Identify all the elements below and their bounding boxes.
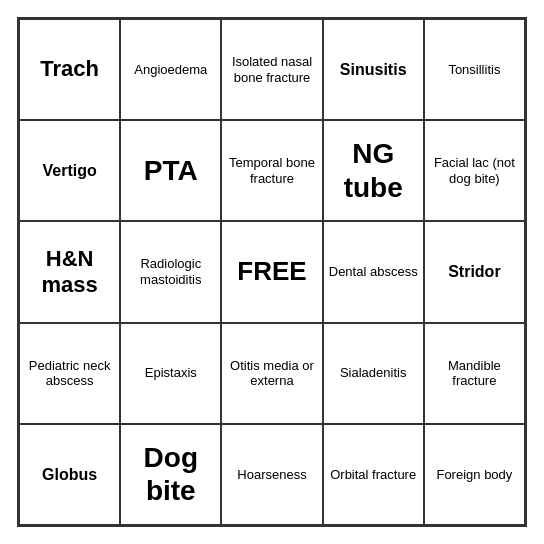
cell-text: Orbital fracture bbox=[330, 467, 416, 483]
bingo-cell: H&N mass bbox=[19, 221, 120, 322]
cell-text: Foreign body bbox=[436, 467, 512, 483]
cell-text: Sialadenitis bbox=[340, 365, 407, 381]
bingo-cell: Stridor bbox=[424, 221, 525, 322]
bingo-cell: Globus bbox=[19, 424, 120, 525]
bingo-cell: Angioedema bbox=[120, 19, 221, 120]
bingo-cell: Temporal bone fracture bbox=[221, 120, 322, 221]
cell-text: Epistaxis bbox=[145, 365, 197, 381]
bingo-cell: Epistaxis bbox=[120, 323, 221, 424]
cell-text: Otitis media or externa bbox=[226, 358, 317, 389]
bingo-cell: Pediatric neck abscess bbox=[19, 323, 120, 424]
bingo-cell: Sialadenitis bbox=[323, 323, 424, 424]
bingo-cell: Trach bbox=[19, 19, 120, 120]
bingo-cell: Mandible fracture bbox=[424, 323, 525, 424]
cell-text: Mandible fracture bbox=[429, 358, 520, 389]
bingo-board: TrachAngioedemaIsolated nasal bone fract… bbox=[17, 17, 527, 527]
cell-text: Temporal bone fracture bbox=[226, 155, 317, 186]
cell-text: FREE bbox=[237, 256, 306, 287]
cell-text: Isolated nasal bone fracture bbox=[226, 54, 317, 85]
bingo-cell: Orbital fracture bbox=[323, 424, 424, 525]
cell-text: Tonsillitis bbox=[448, 62, 500, 78]
cell-text: Dog bite bbox=[125, 441, 216, 508]
cell-text: Angioedema bbox=[134, 62, 207, 78]
bingo-cell: Tonsillitis bbox=[424, 19, 525, 120]
cell-text: Facial lac (not dog bite) bbox=[429, 155, 520, 186]
cell-text: Pediatric neck abscess bbox=[24, 358, 115, 389]
cell-text: Trach bbox=[40, 56, 99, 82]
cell-text: Hoarseness bbox=[237, 467, 306, 483]
bingo-cell: FREE bbox=[221, 221, 322, 322]
cell-text: Radiologic mastoiditis bbox=[125, 256, 216, 287]
bingo-cell: NG tube bbox=[323, 120, 424, 221]
bingo-cell: PTA bbox=[120, 120, 221, 221]
bingo-cell: Sinusitis bbox=[323, 19, 424, 120]
cell-text: Stridor bbox=[448, 262, 500, 281]
cell-text: NG tube bbox=[328, 137, 419, 204]
bingo-cell: Radiologic mastoiditis bbox=[120, 221, 221, 322]
bingo-cell: Dog bite bbox=[120, 424, 221, 525]
cell-text: Sinusitis bbox=[340, 60, 407, 79]
cell-text: Globus bbox=[42, 465, 97, 484]
bingo-cell: Dental abscess bbox=[323, 221, 424, 322]
bingo-cell: Vertigo bbox=[19, 120, 120, 221]
cell-text: PTA bbox=[144, 154, 198, 188]
cell-text: Vertigo bbox=[42, 161, 96, 180]
bingo-cell: Otitis media or externa bbox=[221, 323, 322, 424]
bingo-cell: Foreign body bbox=[424, 424, 525, 525]
bingo-cell: Isolated nasal bone fracture bbox=[221, 19, 322, 120]
bingo-cell: Facial lac (not dog bite) bbox=[424, 120, 525, 221]
cell-text: H&N mass bbox=[24, 246, 115, 299]
bingo-cell: Hoarseness bbox=[221, 424, 322, 525]
cell-text: Dental abscess bbox=[329, 264, 418, 280]
